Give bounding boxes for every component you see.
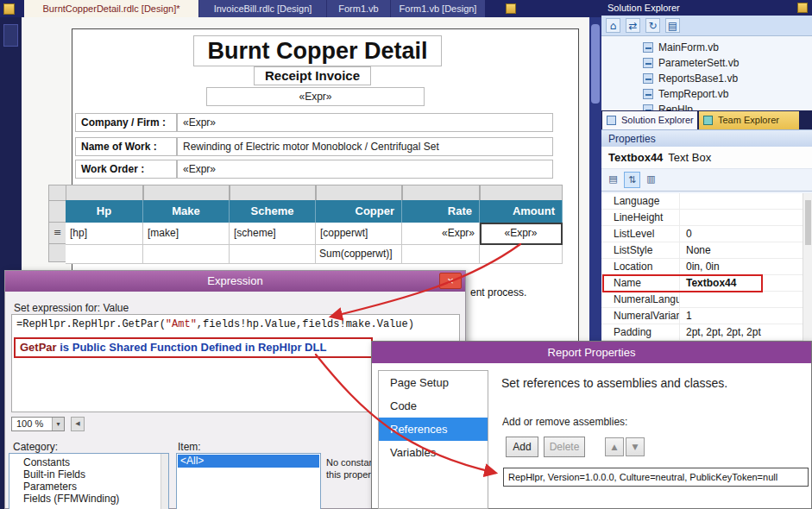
properties-object-selector[interactable]: Textbox44Text Box xyxy=(601,147,812,169)
vb-file-icon xyxy=(643,104,653,110)
collapse-all-icon[interactable]: ▤ xyxy=(665,18,680,33)
app-menu-icon[interactable] xyxy=(3,3,15,15)
move-down-icon[interactable]: ▼ xyxy=(626,437,645,456)
field-value-company[interactable]: «Expr» xyxy=(177,113,553,132)
solution-explorer-header[interactable]: Solution Explorer xyxy=(601,0,812,16)
category-builtin-fields[interactable]: Built-in Fields xyxy=(9,468,168,481)
field-label-company[interactable]: Company / Firm : xyxy=(75,113,177,132)
property-value[interactable]: 0 xyxy=(679,226,803,242)
footer-cell[interactable] xyxy=(480,245,563,264)
categorized-icon[interactable]: ▤ xyxy=(605,172,621,188)
tree-item-rephlp[interactable]: RepHlp xyxy=(601,102,812,110)
header-cell-amount[interactable]: Amount xyxy=(480,200,563,223)
assembly-reference-field[interactable]: RepHlpr, Version=1.0.0.0, Culture=neutra… xyxy=(503,468,809,487)
row-handle-footer[interactable] xyxy=(48,243,66,262)
tab-solution-explorer[interactable]: Solution Explorer xyxy=(602,111,697,129)
tab-burntcopperdetail[interactable]: BurntCopperDetail.rdlc [Design]* xyxy=(24,0,198,17)
property-row-lineheight: LineHeight xyxy=(601,210,803,226)
tab-team-explorer[interactable]: Team Explorer xyxy=(699,111,799,129)
row-handle-data[interactable]: ≡ xyxy=(48,222,66,244)
tab-form1-design[interactable]: Form1.vb [Design] xyxy=(390,0,485,17)
property-value[interactable]: 1 xyxy=(679,308,803,324)
footer-cell-sum[interactable]: Sum(copperwt)] xyxy=(316,245,402,264)
data-cell-amount-expr-selected[interactable]: «Expr» xyxy=(480,223,563,245)
property-value[interactable]: 0in, 0in xyxy=(679,259,803,274)
report-properties-titlebar[interactable]: Report Properties xyxy=(372,342,811,363)
tree-item-parametersett[interactable]: ParameterSett.vb xyxy=(601,55,812,71)
property-value[interactable] xyxy=(679,193,803,209)
home-icon[interactable]: ⌂ xyxy=(606,18,620,33)
category-parameters[interactable]: Parameters xyxy=(9,481,168,493)
scrollbar-thumb[interactable] xyxy=(805,200,811,245)
delete-button[interactable]: Delete xyxy=(544,437,585,457)
tab-invoicebill[interactable]: InvoiceBill.rdlc [Design] xyxy=(198,0,326,17)
scrollbar-thumb[interactable] xyxy=(591,24,600,104)
tree-item-reportsbase1[interactable]: ReportsBase1.vb xyxy=(601,71,812,86)
sync-icon[interactable]: ⇄ xyxy=(626,18,640,33)
footer-cell[interactable] xyxy=(143,245,230,264)
header-cell-make[interactable]: Make xyxy=(143,200,230,223)
category-listbox[interactable]: Constants Built-in Fields Parameters Fie… xyxy=(9,453,169,509)
tablix-corner-handle[interactable] xyxy=(48,185,66,201)
toolbar-overflow-icon[interactable] xyxy=(506,3,516,14)
field-label-work[interactable]: Name of Work : xyxy=(75,137,177,156)
field-label-workorder[interactable]: Work Order : xyxy=(75,160,177,179)
header-cell-rate[interactable]: Rate xyxy=(402,200,480,223)
column-handle[interactable] xyxy=(402,185,480,201)
refresh-icon[interactable]: ↻ xyxy=(645,18,660,33)
data-cell-scheme[interactable]: [scheme] xyxy=(230,223,316,245)
close-icon[interactable]: × xyxy=(439,273,462,289)
header-cell-copper[interactable]: Copper xyxy=(316,200,402,223)
panel-options-icon[interactable] xyxy=(797,3,808,13)
category-scrollbar[interactable] xyxy=(161,454,168,509)
property-value[interactable]: None xyxy=(679,242,803,258)
data-cell-rate-expr[interactable]: «Expr» xyxy=(402,223,480,245)
tree-item-tempreport[interactable]: TempReport.vb xyxy=(601,86,812,102)
property-value[interactable] xyxy=(679,210,803,225)
add-button[interactable]: Add xyxy=(506,437,538,457)
nav-code[interactable]: Code xyxy=(379,394,488,418)
footer-cell[interactable] xyxy=(230,245,316,264)
report-subtitle-textbox[interactable]: Receipt Invoice xyxy=(254,66,371,85)
report-expr-textbox[interactable]: «Expr» xyxy=(206,87,425,106)
tablix-column-handles[interactable] xyxy=(66,185,563,201)
chevron-down-icon[interactable]: ▾ xyxy=(52,418,64,430)
item-listbox[interactable]: <All> xyxy=(176,453,321,509)
property-value[interactable] xyxy=(679,292,803,307)
data-cell-hp[interactable]: [hp] xyxy=(66,223,143,245)
report-properties-dialog[interactable]: Report Properties Page Setup Code Refere… xyxy=(371,341,812,509)
alphabetical-sort-icon[interactable]: ⇅ xyxy=(624,172,640,188)
move-up-icon[interactable]: ▲ xyxy=(605,437,624,456)
toolbox-icon[interactable] xyxy=(3,24,18,47)
nav-references[interactable]: References xyxy=(379,418,488,441)
column-handle[interactable] xyxy=(66,185,143,201)
properties-header[interactable]: Properties xyxy=(601,129,812,147)
field-value-work[interactable]: Rewinding of Electric motor Monoblock / … xyxy=(177,137,553,156)
report-title-textbox[interactable]: Burnt Copper Detail xyxy=(193,35,442,66)
property-value[interactable]: 2pt, 2pt, 2pt, 2pt xyxy=(679,324,803,340)
nav-page-setup[interactable]: Page Setup xyxy=(379,371,488,394)
header-cell-scheme[interactable]: Scheme xyxy=(230,200,316,223)
column-handle[interactable] xyxy=(480,185,563,201)
tab-form1-code[interactable]: Form1.vb xyxy=(326,0,390,17)
header-cell-hp[interactable]: Hp xyxy=(66,200,143,223)
column-handle[interactable] xyxy=(143,185,230,201)
zoom-dropdown[interactable]: 100 % ▾ xyxy=(11,417,65,431)
column-handle[interactable] xyxy=(316,185,402,201)
category-constants[interactable]: Constants xyxy=(9,456,168,468)
row-handle-header[interactable] xyxy=(48,200,66,223)
footer-cell[interactable] xyxy=(402,245,480,264)
property-pages-icon[interactable]: ▥ xyxy=(643,172,659,188)
nav-variables[interactable]: Variables xyxy=(379,441,488,464)
scroll-left-icon[interactable]: ◀ xyxy=(71,417,85,431)
tree-item-mainform[interactable]: MainForm.vb xyxy=(601,40,812,55)
data-cell-make[interactable]: [make] xyxy=(143,223,230,245)
expression-dialog-titlebar[interactable]: Expression xyxy=(5,271,465,292)
column-handle[interactable] xyxy=(230,185,316,201)
item-all-selected[interactable]: <All> xyxy=(178,455,319,468)
footer-cell[interactable] xyxy=(66,245,143,264)
category-fields-ffmwinding[interactable]: Fields (FFMWinding) xyxy=(9,493,168,505)
field-value-workorder[interactable]: «Expr» xyxy=(177,160,553,179)
expression-text[interactable]: =RepHlpr.RepHlpr.GetPar("Amt",fields!hp.… xyxy=(16,318,414,330)
data-cell-copperwt[interactable]: [copperwt] xyxy=(316,223,402,245)
